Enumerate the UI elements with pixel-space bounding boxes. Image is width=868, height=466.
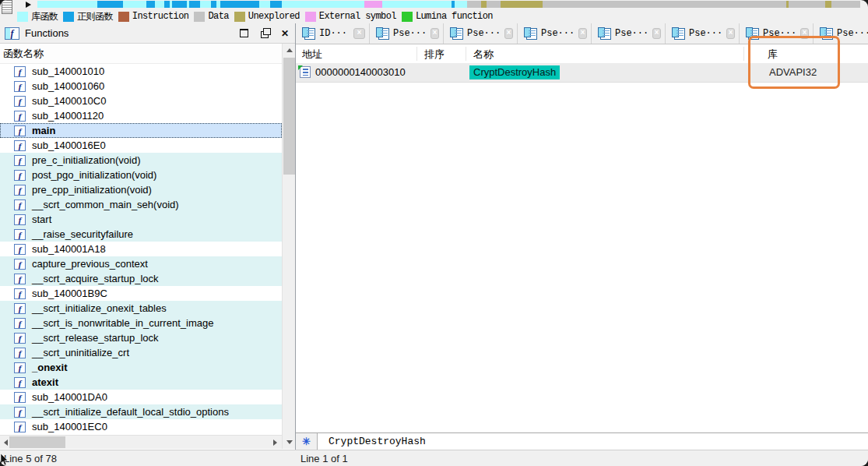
column-address[interactable]: 地址 [302, 48, 322, 62]
tab-close-icon[interactable]: × [353, 28, 365, 39]
function-name: pre_cpp_initialization(void) [32, 184, 152, 196]
function-name: pre_c_initialization(void) [32, 154, 140, 166]
tab-close-icon[interactable]: × [726, 28, 735, 39]
tab-pseudocode[interactable]: Pse···× [666, 23, 740, 44]
horizontal-scrollbar-thumb[interactable] [9, 436, 65, 448]
scroll-down-button[interactable] [283, 436, 296, 449]
navband-segment-blue[interactable] [97, 1, 123, 8]
scroll-up-button[interactable] [283, 44, 296, 57]
function-row[interactable]: f__scrt_initialize_onexit_tables [0, 301, 282, 316]
function-row[interactable]: fpre_cpp_initialization(void) [0, 182, 282, 197]
function-icon: f [14, 303, 26, 314]
navband-segment-cyan[interactable] [382, 1, 452, 8]
function-row[interactable]: f__scrt_initialize_default_local_stdio_o… [0, 404, 282, 419]
navband-grip-icon[interactable] [2, 0, 12, 14]
navband-segment-blue[interactable] [172, 1, 187, 8]
navband-segment-cyan[interactable] [37, 1, 97, 8]
navband-segment-cyan[interactable] [123, 1, 146, 8]
navband-segment-cyan[interactable] [200, 1, 211, 8]
tab-close-icon[interactable]: × [504, 28, 513, 39]
tab-label: ID··· [319, 28, 347, 39]
function-name: sub_1400010C0 [32, 95, 106, 107]
navband-segment-blue[interactable] [211, 1, 216, 8]
function-row[interactable]: fcapture_previous_context [0, 256, 282, 271]
tab-close-icon[interactable]: × [652, 28, 661, 39]
column-divider [743, 47, 744, 61]
column-name[interactable]: 名称 [473, 48, 494, 62]
legend-label: External symbol [319, 11, 396, 22]
navband-segment-pink[interactable] [364, 1, 382, 8]
navband-segment-cyan[interactable] [455, 1, 467, 8]
navband-segment-blue[interactable] [146, 1, 155, 8]
function-icon: f [14, 288, 26, 299]
tab-label: Pse··· [689, 28, 722, 39]
function-row[interactable]: fsub_140001EC0 [0, 419, 282, 434]
tab-document-icon [600, 28, 611, 40]
tab-ida-view[interactable]: ID···× [296, 23, 370, 44]
function-row[interactable]: f__scrt_release_startup_lock [0, 330, 282, 345]
navigation-band[interactable] [0, 1, 868, 8]
function-row[interactable]: fmain [0, 123, 282, 138]
close-icon[interactable]: ✕ [281, 29, 289, 38]
function-row[interactable]: f__raise_securityfailure [0, 227, 282, 242]
legend-item: 库函数 [17, 10, 58, 23]
function-row[interactable]: fsub_1400016E0 [0, 138, 282, 153]
tab-close-icon[interactable]: × [430, 28, 439, 39]
legend-item: Lumina function [402, 11, 493, 22]
function-row[interactable]: fatexit [0, 375, 282, 390]
navband-segment-olive[interactable] [825, 1, 831, 8]
navband-segment-cyan[interactable] [282, 1, 364, 8]
restore-icon[interactable] [261, 31, 269, 38]
function-row[interactable]: fsub_140001A18 [0, 242, 282, 256]
vertical-scrollbar-thumb[interactable] [283, 58, 295, 175]
filter-input[interactable]: CryptDestroyHash [329, 436, 426, 447]
function-name: __scrt_initialize_default_local_stdio_op… [32, 406, 229, 418]
vertical-scrollbar[interactable] [282, 44, 295, 449]
column-ordinal[interactable]: 排序 [424, 48, 445, 62]
function-name: __raise_securityfailure [32, 228, 133, 240]
navband-segment-silver[interactable] [789, 1, 825, 8]
function-icon: f [14, 155, 26, 166]
scroll-right-button[interactable] [269, 436, 280, 449]
navband-segment-blue[interactable] [164, 1, 170, 8]
navband-segment-silver[interactable] [831, 1, 860, 8]
function-row[interactable]: fsub_1400010C0 [0, 94, 282, 108]
function-row[interactable]: f__scrt_acquire_startup_lock [0, 271, 282, 286]
navband-segment-blue[interactable] [220, 1, 259, 8]
navband-segment-silver[interactable] [487, 1, 501, 8]
function-row[interactable]: fpost_pgo_initialization(void) [0, 168, 282, 182]
function-row[interactable]: fsub_140001DA0 [0, 390, 282, 404]
function-row[interactable]: fsub_140001120 [0, 108, 282, 123]
legend-swatch [234, 12, 245, 22]
legend-swatch [402, 12, 413, 22]
function-row[interactable]: f__scrt_is_nonwritable_in_current_image [0, 316, 282, 330]
maximize-icon[interactable] [240, 29, 248, 37]
navband-segment-olive[interactable] [481, 1, 487, 8]
orange-annotation-box [748, 36, 840, 89]
filter-icon[interactable]: ✳ [302, 436, 311, 447]
navband-segment-blue[interactable] [270, 1, 282, 8]
function-row[interactable]: f__scrt_common_main_seh(void) [0, 197, 282, 212]
navband-segment-blue[interactable] [189, 1, 200, 8]
navband-segment-silver[interactable] [467, 1, 481, 8]
horizontal-scrollbar[interactable] [0, 435, 282, 449]
navband-segment-cyan[interactable] [155, 1, 164, 8]
tab-pseudocode[interactable]: Pse···× [518, 23, 592, 44]
functions-window-icon: f [5, 27, 19, 40]
function-row[interactable]: fsub_140001060 [0, 79, 282, 94]
function-row[interactable]: fstart [0, 212, 282, 227]
function-row[interactable]: f__scrt_uninitialize_crt [0, 345, 282, 360]
navband-segment-silver[interactable] [543, 1, 786, 8]
function-row[interactable]: fpre_c_initialization(void) [0, 153, 282, 168]
function-row[interactable]: fsub_140001010 [0, 64, 282, 79]
navband-segment-olive[interactable] [501, 1, 543, 8]
function-row[interactable]: fsub_140001B9C [0, 286, 282, 301]
function-row[interactable]: f_onexit [0, 360, 282, 375]
function-name: sub_140001060 [32, 80, 104, 92]
navband-segment-cyan[interactable] [259, 1, 270, 8]
tab-pseudocode[interactable]: Pse···× [444, 23, 518, 44]
tab-pseudocode[interactable]: Pse···× [592, 23, 666, 44]
tab-pseudocode[interactable]: Pse···× [370, 23, 444, 44]
function-name-column-header[interactable]: 函数名称 [0, 44, 282, 64]
tab-close-icon[interactable]: × [578, 28, 587, 39]
